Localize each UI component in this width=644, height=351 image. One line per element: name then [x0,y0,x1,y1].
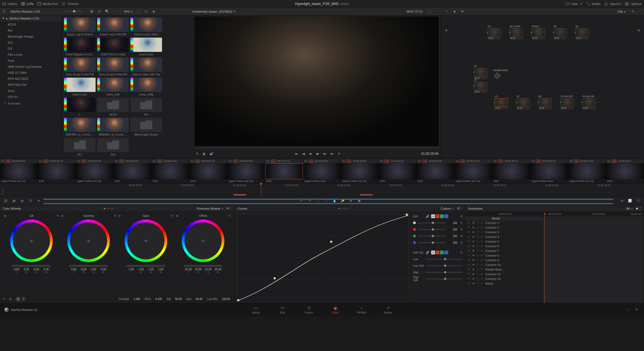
y-intensity-slider[interactable] [417,223,446,223]
node[interactable]: 10 [517,95,530,109]
sidebar-item[interactable]: HDR ST 2084 [0,70,62,76]
keyframe-marker-icon[interactable]: ◆ [636,207,638,210]
first-frame-icon[interactable]: ⏮ [294,151,299,156]
sidebar-item[interactable]: HDR Hybrid Log-Gamma [0,64,62,70]
sidebar-item[interactable]: DJI [0,46,62,52]
lowsoft-slider[interactable] [426,265,462,266]
lut-item[interactable]: Sony SLog2 to Rec709 [64,58,96,76]
timeline-clip[interactable]: V10900:00:01:13EXR [189,159,227,183]
lut-item[interactable]: Data to Video with Clip [130,58,162,76]
tab-media-pool[interactable]: Media Pool [37,2,58,6]
wheels-options-icon[interactable]: ⋯ [229,207,232,210]
lut-item[interactable]: Canon Log to Video [130,18,162,36]
page-tab-fusion[interactable]: ⚛Fusion [301,305,317,314]
keyframes-expand-icon[interactable]: ⛶ [638,207,641,210]
hue-value[interactable]: 50.00 [194,297,204,301]
keyframe-row[interactable]: ●◆◇▸Corrector 3 [465,230,542,235]
highsoft-slider[interactable] [426,279,462,279]
sidebar-item[interactable]: Blackmagic Design [0,33,62,40]
keyframe-row[interactable]: ●◆◇▸Corrector 13 [465,277,542,281]
node-fx-icon[interactable]: ❋ [459,8,465,15]
tab-clips[interactable]: Clips▼ [565,2,582,6]
timeline-name[interactable]: Conformed_teaser_20170912 [192,10,232,13]
auto-balance-icon[interactable]: ✎ [3,297,7,301]
node[interactable]: 06 [576,25,589,40]
lut-item[interactable]: Blackmagic Design [130,118,162,136]
timeline-clip[interactable]: V10600:00:00:00Apple ProRes 422 HQ [76,159,114,183]
search-icon[interactable]: 🔍 [104,8,110,15]
lut-item[interactable]: 1 [64,98,96,116]
lut-item[interactable]: Cintel Negative to Lin... [64,38,96,56]
tab-lightbox[interactable]: Lightbox [625,2,642,6]
next-frame-icon[interactable]: ⏭ [322,151,328,156]
lut-item[interactable]: DCI [64,138,96,156]
curves-graph[interactable] [236,214,409,301]
timeline-clip[interactable]: V10812:48:54:20DNG [152,159,189,183]
color-wheel-gain[interactable]: ⊕Gain⟲1.001.001.001.00YRGB [117,213,175,294]
sidebar-item[interactable]: Sony [0,88,62,94]
settings-gear-icon[interactable]: ⚙ [635,308,640,312]
viewer-expand-icon[interactable]: ⛶ [426,8,433,15]
thumb-size-slider[interactable] [63,11,83,12]
keyframe-row[interactable]: ●◆◇▸Sizing [465,281,542,286]
timeline-clip[interactable]: V31201:00:00:19Apple ProRes 4444 [303,159,341,183]
mini-timeline[interactable]: 00:59:50:0000:59:56:0201:00:02:0401:00:0… [0,183,644,196]
playhead[interactable] [261,183,261,196]
sat-value[interactable]: 50.00 [173,297,183,301]
timeline-clip[interactable]: V11300:00:00:00Apple ProRes 422 HQ [341,159,379,183]
tab-timeline[interactable]: Timeline [62,2,79,6]
sidebar-item[interactable]: Foos [0,58,62,64]
low-slider[interactable] [426,259,462,260]
options-icon[interactable]: ⋯ [111,8,118,15]
tab-luts[interactable]: LUTs [21,2,34,6]
grid-view-icon[interactable]: ▦ [88,8,95,15]
b-intensity-value[interactable]: 100 [447,241,458,245]
wheel-page-dots[interactable] [103,208,114,209]
curves-page-dots[interactable] [338,208,349,209]
lut-item[interactable]: Canon Log to Rec709 [97,18,129,36]
timeline-clip[interactable]: V11800:00:00:00Apple ProRes 4444 [530,159,568,183]
curves-reset-icon[interactable]: ⟲ [457,207,459,210]
lut-item[interactable]: DJI [97,138,129,156]
keyframe-row[interactable]: ●◆◇▸Corrector 4 [465,235,542,239]
tab-gallery[interactable]: Gallery [2,2,17,6]
curves-options-icon[interactable]: ⋯ [459,207,462,210]
g-intensity-value[interactable]: 100 [447,234,458,238]
expand-icon[interactable]: ⛶ [135,8,142,15]
node-mode[interactable]: Clip ▼ [615,10,629,13]
y-intensity-value[interactable]: 100 [447,221,458,225]
viewer-options-icon[interactable]: ⋯ [434,8,440,15]
lut-item[interactable]: Invert Color [130,38,162,56]
channel-edit-buttons[interactable]: Y [431,214,448,218]
sidebar-item[interactable]: Film Looks [0,52,62,58]
panel-menu-icon[interactable]: ☰ [1,8,7,15]
link-icon[interactable]: 🔗 [426,215,430,218]
sidebar-item[interactable]: Arri [0,27,62,33]
keyframe-row[interactable]: ●◆◇▸Corrector 6 [465,244,542,249]
viewer-scrubber[interactable] [194,146,439,150]
high-slider[interactable] [426,272,462,273]
list-view-icon[interactable]: ☰ [96,8,103,15]
mute-icon[interactable]: 🔊 [209,151,214,156]
node[interactable]: 03 [488,25,501,40]
lummix-value[interactable]: 100.00 [220,297,232,301]
luts-folder-header[interactable]: ▼▸DaVinci Resolve LUTs [0,15,62,21]
sidebar-item[interactable]: DCI [0,40,62,46]
pivot-value[interactable]: 0.435 [154,297,164,301]
timeline-clip[interactable]: V31900:00:01:02Apple ProRes 422 HQ [568,159,606,183]
timeline-clip[interactable]: V11718:55:30:12DNG [492,159,530,183]
node[interactable]: 13 [495,95,508,109]
keyframe-row[interactable]: ●◆◇▸Corrector 1 [465,221,542,225]
channel-softclip-buttons[interactable]: Y [431,251,448,254]
viewer-position-timecode[interactable]: 01:00:20:04 [421,152,439,156]
lut-item[interactable]: Sony SLog3 to Rec709 [97,58,129,76]
kf-master-row[interactable]: Master [465,216,542,221]
softclip-link-icon[interactable]: 🔗 [426,251,430,254]
keyframes-mode[interactable]: All▼ [626,207,633,210]
node[interactable]: 02 sat LIM [582,95,596,109]
r-intensity-slider[interactable] [417,229,446,230]
lut-item[interactable]: Arri [130,98,162,116]
viewer-timecode[interactable]: 09:57:27:11 [407,10,423,13]
keyframe-row[interactable]: ●◆◇▸Corrector 7 [465,249,542,253]
keyframe-track-area[interactable]: ▼ 00:00:01:00 00:00:01:23 00:00:02:2 [542,212,644,303]
